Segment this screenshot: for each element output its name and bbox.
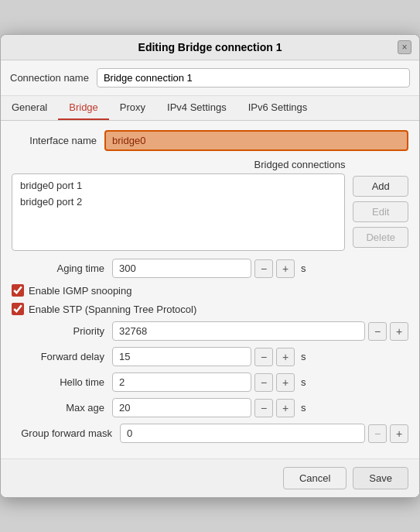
interface-name-label: Interface name bbox=[12, 135, 97, 146]
connections-list: bridge0 port 1 bridge0 port 2 bbox=[12, 173, 345, 251]
max-age-spinner: − + s bbox=[112, 398, 306, 417]
tab-ipv6-settings[interactable]: IPv6 Settings bbox=[237, 96, 319, 120]
max-age-label: Max age bbox=[12, 402, 104, 414]
tab-general[interactable]: General bbox=[1, 96, 58, 120]
bridged-connections-section: Bridged connections bridge0 port 1 bridg… bbox=[12, 159, 408, 251]
forward-delay-input[interactable] bbox=[112, 347, 251, 366]
add-button[interactable]: Add bbox=[353, 176, 408, 197]
connection-name-row: Connection name bbox=[1, 60, 419, 96]
aging-time-input[interactable] bbox=[112, 259, 251, 278]
hello-time-plus-button[interactable]: + bbox=[276, 373, 295, 392]
forward-delay-row: Forward delay − + s bbox=[12, 347, 408, 366]
aging-time-label: Aging time bbox=[12, 263, 104, 274]
tab-bridge[interactable]: Bridge bbox=[58, 96, 109, 120]
titlebar: Editing Bridge connection 1 × bbox=[1, 35, 419, 60]
forward-delay-plus-button[interactable]: + bbox=[276, 348, 295, 366]
connection-name-input[interactable] bbox=[97, 68, 410, 88]
forward-delay-unit: s bbox=[301, 351, 306, 362]
priority-plus-button[interactable]: + bbox=[390, 322, 408, 341]
aging-time-spinner: − + s bbox=[112, 259, 306, 278]
max-age-unit: s bbox=[301, 402, 306, 414]
hello-time-unit: s bbox=[301, 376, 306, 388]
group-forward-minus-button[interactable]: − bbox=[368, 424, 387, 443]
group-forward-mask-row: Group forward mask − + bbox=[12, 424, 408, 443]
aging-time-minus-button[interactable]: − bbox=[254, 259, 273, 278]
igmp-snooping-checkbox[interactable] bbox=[12, 284, 24, 297]
edit-button[interactable]: Edit bbox=[353, 201, 408, 222]
tab-proxy[interactable]: Proxy bbox=[109, 96, 156, 120]
priority-minus-button[interactable]: − bbox=[368, 322, 387, 341]
dialog-title: Editing Bridge connection 1 bbox=[138, 41, 282, 53]
stp-checkbox[interactable] bbox=[12, 303, 24, 315]
tabs-bar: General Bridge Proxy IPv4 Settings IPv6 … bbox=[1, 96, 419, 121]
igmp-snooping-row: Enable IGMP snooping bbox=[12, 284, 408, 297]
priority-input[interactable] bbox=[112, 321, 365, 341]
group-forward-mask-label: Group forward mask bbox=[12, 427, 112, 439]
hello-time-spinner: − + s bbox=[112, 372, 306, 392]
cancel-button[interactable]: Cancel bbox=[283, 467, 347, 489]
group-forward-plus-button[interactable]: + bbox=[390, 424, 408, 443]
max-age-input[interactable] bbox=[112, 398, 251, 417]
list-item: bridge0 port 2 bbox=[15, 194, 341, 210]
list-item: bridge0 port 1 bbox=[15, 177, 341, 194]
igmp-snooping-label: Enable IGMP snooping bbox=[29, 285, 131, 297]
forward-delay-spinner: − + s bbox=[112, 347, 306, 366]
dialog: Editing Bridge connection 1 × Connection… bbox=[0, 34, 420, 498]
bridge-tab-content: Interface name Bridged connections bridg… bbox=[1, 121, 419, 458]
forward-delay-label: Forward delay bbox=[12, 351, 104, 362]
stp-label: Enable STP (Spanning Tree Protocol) bbox=[29, 304, 196, 315]
priority-spinner: − + bbox=[112, 321, 408, 341]
max-age-plus-button[interactable]: + bbox=[276, 399, 295, 417]
hello-time-row: Hello time − + s bbox=[12, 372, 408, 392]
tab-ipv4-settings[interactable]: IPv4 Settings bbox=[156, 96, 237, 120]
connections-buttons: Add Edit Delete bbox=[353, 159, 408, 251]
aging-time-row: Aging time − + s bbox=[12, 259, 408, 278]
save-button[interactable]: Save bbox=[353, 467, 408, 489]
hello-time-minus-button[interactable]: − bbox=[254, 373, 273, 392]
max-age-row: Max age − + s bbox=[12, 398, 408, 417]
forward-delay-minus-button[interactable]: − bbox=[254, 348, 273, 366]
aging-time-plus-button[interactable]: + bbox=[276, 259, 295, 278]
aging-time-unit: s bbox=[301, 263, 306, 274]
interface-name-input[interactable] bbox=[104, 130, 408, 151]
connection-name-label: Connection name bbox=[10, 72, 89, 84]
stp-row: Enable STP (Spanning Tree Protocol) bbox=[12, 303, 408, 315]
max-age-minus-button[interactable]: − bbox=[254, 399, 273, 417]
connections-list-container: Bridged connections bridge0 port 1 bridg… bbox=[12, 159, 345, 251]
delete-button[interactable]: Delete bbox=[353, 227, 408, 248]
hello-time-input[interactable] bbox=[112, 372, 251, 392]
close-button[interactable]: × bbox=[398, 40, 411, 54]
priority-row: Priority − + bbox=[12, 321, 408, 341]
group-forward-mask-input[interactable] bbox=[120, 424, 365, 443]
dialog-footer: Cancel Save bbox=[1, 458, 419, 497]
hello-time-label: Hello time bbox=[12, 376, 104, 388]
interface-name-row: Interface name bbox=[12, 130, 408, 151]
priority-label: Priority bbox=[12, 325, 104, 337]
bridged-connections-label: Bridged connections bbox=[12, 159, 345, 170]
group-forward-mask-spinner: − + bbox=[120, 424, 408, 443]
